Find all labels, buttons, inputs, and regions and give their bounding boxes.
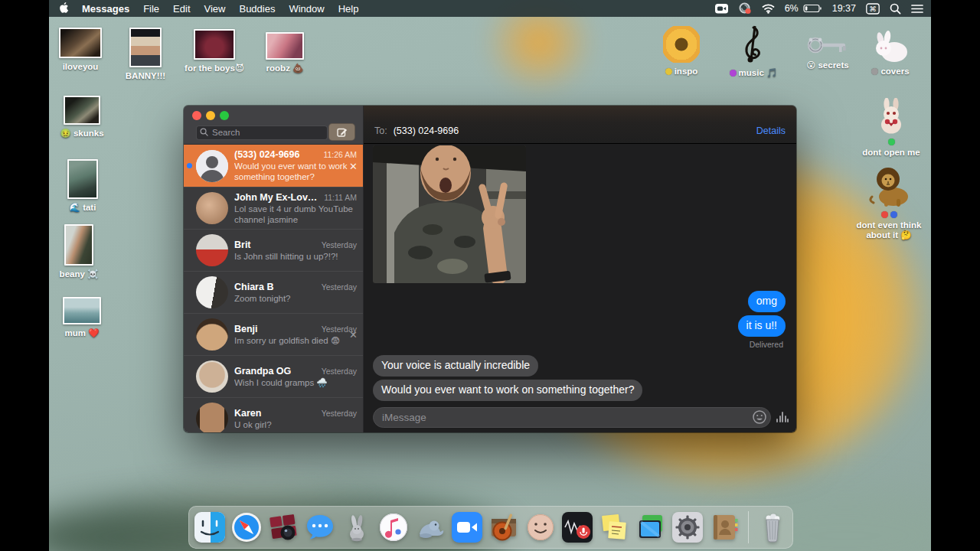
creepy-bunny-icon [874,98,908,135]
desktop-icon-beany[interactable]: beany ☠️ [49,224,111,279]
dock-item-messages[interactable] [303,510,337,544]
conversation-row[interactable]: Chiara BYesterdayZoom tonight? [184,271,363,313]
conversation-preview: Im sorry ur goldfish died 😨 [234,335,357,346]
for-the-boys-photo-thumbnail [194,29,235,60]
close-conversation-button[interactable]: ✕ [349,161,358,171]
close-window-button[interactable] [192,111,201,120]
conversation-time: 11:11 AM [324,193,357,202]
desktop-icon-dont-open-me[interactable]: dont open me [859,98,923,158]
conversation-row[interactable]: (533) 024-969611:26 AMWould you ever wan… [184,145,363,187]
compose-new-message-button[interactable] [328,123,355,141]
desktop-icon-label: roobz 💩 [266,64,304,73]
desktop-icon-tati[interactable]: 🌊 tati [51,159,115,213]
conversation-time: Yesterday [322,282,357,292]
outgoing-message-bubble: omg [748,291,786,312]
avatar [196,360,228,393]
dock-item-garageband[interactable] [487,510,521,544]
desktop-icon-lion[interactable]: dont even think about it 🤔 [844,163,931,240]
camera-menu-icon[interactable] [715,3,729,15]
dock-item-finder[interactable] [193,510,227,544]
dock-item-stickies[interactable] [597,510,631,544]
dock-item-itunes[interactable] [377,510,410,544]
desktop-icon-for-the-boys[interactable]: for the boys😈 [182,29,247,73]
avatar [196,318,228,350]
desktop-icon-label: 🤢 skunks [60,129,103,139]
dock-item-rabbit-app[interactable] [340,510,374,544]
finder-tag-dot [888,139,895,145]
dock-item-trash-full[interactable] [756,510,789,544]
menu-window[interactable]: Window [289,3,324,15]
desktop-icon-iloveyou[interactable]: iloveyou [49,28,113,72]
desktop-icon-inspo[interactable]: inspo [649,26,714,77]
imessage-input[interactable] [373,407,771,428]
conversation-name: (533) 024-9696 [234,149,318,160]
zoom-window-button[interactable] [220,111,229,120]
search-icon [200,128,208,136]
banny-photo-thumbnail [129,28,162,67]
desktop-icon-label: for the boys😈 [185,64,244,73]
wifi-icon[interactable] [762,3,775,14]
iloveyou-photo-thumbnail [59,28,102,58]
conversation-preview: Would you ever want to work something to… [234,161,357,182]
dock-item-safari[interactable] [230,510,263,544]
conversation-preview: Lol save it 4 ur dumb YouTube channel ja… [234,204,357,225]
dock-item-voice-recorder[interactable] [560,510,594,544]
emoji-picker-button[interactable] [753,410,766,427]
conversation-row[interactable]: Grandpa OGYesterdayWish I could gramps 🌧… [184,355,363,397]
clock-time[interactable]: 19:37 [832,3,856,14]
conversation-preview: Wish I could gramps 🌧️ [234,377,357,388]
roobz-photo-thumbnail [266,32,304,60]
desktop-icon-mum[interactable]: mum ❤️ [50,297,114,338]
dock-item-contacts[interactable] [707,510,741,544]
dock-item-photo-booth[interactable] [266,510,300,544]
finder-tag-dot [871,68,878,75]
dock-item-system-preferences[interactable] [671,510,704,544]
menu-app-name[interactable]: Messages [82,3,129,15]
notification-app-icon[interactable] [739,2,752,15]
dock-item-zoom[interactable] [450,510,484,544]
conversation-row[interactable]: John My Ex-Love 🤢…11:11 AMLol save it 4 … [184,187,363,229]
incoming-message-bubble: Your voice is actually incredible [373,355,538,377]
menu-file[interactable]: File [143,3,159,15]
finder-tag-dot [730,70,737,77]
details-link[interactable]: Details [756,126,786,136]
desktop-icon-secrets[interactable]: 😮 secrets [795,34,860,70]
desktop-icon-banny[interactable]: BANNY!!! [113,28,178,81]
minimize-window-button[interactable] [206,111,215,120]
conversation-name: John My Ex-Love 🤢… [234,191,319,203]
finder-tag-dot [881,211,888,218]
audio-message-icon[interactable] [776,412,789,422]
conversation-row[interactable]: BritYesterdayIs John still hitting u up?… [184,229,363,271]
conversation-row[interactable]: KarenYesterdayU ok girl? [184,397,363,432]
conversation-row[interactable]: BenjiYesterdayIm sorry ur goldfish died … [184,313,363,355]
desktop-icon-skunks[interactable]: 🤢 skunks [50,96,114,139]
lion-icon [865,163,913,207]
menu-help[interactable]: Help [338,3,359,15]
desktop-screen: Messages FileEditViewBuddiesWindowHelp 6… [49,0,931,551]
photo-message-selfie-peace-sign-photo[interactable] [373,145,526,283]
desktop-icon-roobz[interactable]: roobz 💩 [253,32,317,73]
menu-edit[interactable]: Edit [173,3,190,15]
chat-recipient: (533) 024-9696 [394,126,459,136]
dock-item-screen-sharing[interactable] [634,510,668,544]
desktop-icon-label: inspo [665,67,698,77]
search-icon[interactable] [890,3,901,15]
to-label: To: [374,126,387,136]
dock-item-smiley-app[interactable] [524,510,557,544]
dock-item-seal-app[interactable] [413,510,447,544]
apple-menu-icon[interactable] [58,2,68,16]
keyboard-input-icon[interactable]: ⌘ [866,3,880,15]
message-composer [364,402,796,432]
conversation-name: Karen [234,408,317,419]
avatar [196,150,228,182]
menu-buddies[interactable]: Buddies [239,3,275,15]
close-conversation-button[interactable]: ✕ [349,330,358,340]
desktop-icon-label: 🌊 tati [70,203,96,213]
conversation-name: Brit [234,240,317,250]
menu-view[interactable]: View [204,3,226,15]
search-input[interactable] [196,126,328,140]
desktop-icon-music[interactable]: music 🎵 [721,24,786,78]
desktop-icon-covers[interactable]: covers [858,31,923,77]
notification-center-icon[interactable] [911,4,923,14]
desktop-icon-label: dont even think about it 🤔 [844,211,931,240]
